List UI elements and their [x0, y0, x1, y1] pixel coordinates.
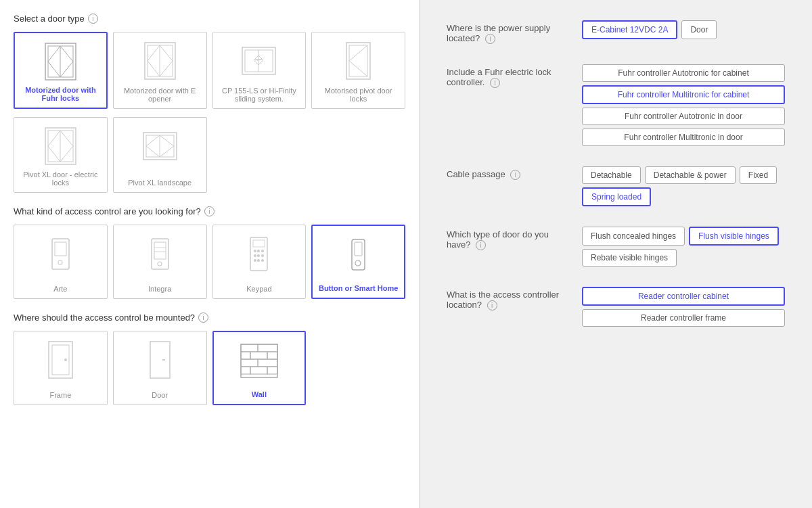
- svg-line-12: [160, 45, 173, 61]
- mount-info-icon[interactable]: i: [198, 313, 208, 323]
- cable-passage-info-icon[interactable]: i: [510, 170, 520, 180]
- svg-line-38: [146, 146, 160, 157]
- cable-detachable-power[interactable]: Detachable & power: [645, 166, 736, 184]
- cable-fixed[interactable]: Fixed: [740, 166, 777, 184]
- hinge-flush-visible[interactable]: Flush visible hinges: [689, 227, 779, 246]
- cable-passage-options: Detachable Detachable & power Fixed Spri…: [582, 166, 785, 206]
- mount-icon-frame: [40, 340, 81, 380]
- svg-rect-45: [154, 242, 166, 259]
- cable-spring-loaded[interactable]: Spring loaded: [582, 187, 651, 206]
- svg-text:→: →: [254, 57, 259, 64]
- fuhr-multitronic-door[interactable]: Fuhr controller Multitronic in door: [582, 129, 785, 146]
- svg-line-40: [160, 146, 174, 157]
- access-card-arte[interactable]: Arte: [14, 225, 108, 299]
- svg-point-65: [64, 359, 67, 361]
- svg-rect-75: [258, 359, 277, 367]
- reader-controller-frame[interactable]: Reader controller frame: [582, 309, 785, 327]
- hinge-rebate-visible[interactable]: Rebate visible hinges: [582, 249, 677, 267]
- mount-card-door[interactable]: Door: [113, 331, 207, 405]
- svg-rect-78: [267, 367, 277, 374]
- access-title-text: What kind of access control are you look…: [14, 206, 201, 216]
- door-card-cp155[interactable]: → CP 155-LS or Hi-Finity sliding system.: [212, 32, 307, 109]
- svg-point-52: [257, 250, 260, 252]
- svg-rect-74: [241, 359, 258, 367]
- svg-line-25: [349, 45, 367, 61]
- svg-rect-77: [250, 367, 267, 374]
- fuhr-controller-info-icon[interactable]: i: [490, 78, 500, 88]
- door-type-title-text: Select a door type: [14, 14, 85, 24]
- svg-rect-66: [150, 342, 170, 378]
- power-supply-option-door[interactable]: Door: [681, 20, 717, 39]
- fuhr-controller-options: Fuhr controller Autotronic for cabinet F…: [582, 64, 785, 146]
- access-card-integra[interactable]: Integra: [113, 225, 207, 299]
- svg-rect-60: [352, 239, 365, 270]
- door-hinge-label: Which type of door do you have? i: [447, 227, 568, 250]
- svg-rect-42: [55, 242, 66, 256]
- power-supply-option-ecabinet[interactable]: E-Cabinet 12VDC 2A: [582, 20, 677, 39]
- fuhr-multitronic-cabinet[interactable]: Fuhr controller Multitronic for cabinet: [582, 85, 785, 104]
- svg-point-51: [254, 250, 256, 252]
- access-card-button-smart[interactable]: Button or Smart Home: [311, 225, 405, 299]
- svg-point-59: [261, 259, 264, 262]
- door-card-pivot-xl-electric[interactable]: Pivot XL door - electric locks: [14, 117, 108, 193]
- door-card-pivot[interactable]: Motorised pivot door locks: [311, 32, 405, 109]
- fuhr-autotronic-door[interactable]: Fuhr controller Autotronic in door: [582, 108, 785, 125]
- fuhr-controller-row: Include a Fuhr electric lock controller.…: [447, 64, 785, 146]
- svg-point-55: [257, 254, 260, 257]
- svg-rect-72: [250, 352, 267, 359]
- door-icon-cp155: →: [239, 41, 279, 81]
- cable-detachable[interactable]: Detachable: [582, 166, 641, 184]
- access-card-integra-label: Integra: [148, 285, 171, 293]
- svg-rect-23: [346, 43, 370, 79]
- mount-card-frame[interactable]: Frame: [14, 331, 108, 405]
- door-card-pivot-xl-landscape[interactable]: Pivot XL landscape: [113, 117, 207, 193]
- mount-card-wall[interactable]: Wall: [212, 331, 307, 405]
- door-hinge-row: Which type of door do you have? i Flush …: [447, 227, 785, 267]
- access-card-keypad-label: Keypad: [246, 285, 271, 293]
- power-supply-label: Where is the power supply located? i: [447, 20, 568, 44]
- svg-rect-50: [253, 240, 265, 247]
- door-hinge-options: Flush concealed hinges Flush visible hin…: [582, 227, 785, 267]
- access-controller-location-options: Reader controller cabinet Reader control…: [582, 287, 785, 327]
- access-icon-button-smart: [338, 234, 379, 275]
- door-icon-pivot: [338, 41, 379, 81]
- svg-line-26: [349, 61, 367, 76]
- svg-line-39: [160, 135, 174, 146]
- door-card-motorized-eopener[interactable]: Motorized door with E opener: [113, 32, 207, 109]
- svg-rect-70: [258, 344, 277, 352]
- mount-card-frame-label: Frame: [49, 391, 71, 399]
- reader-controller-cabinet[interactable]: Reader controller cabinet: [582, 287, 785, 306]
- svg-line-33: [60, 146, 73, 162]
- power-supply-info-icon[interactable]: i: [485, 34, 495, 44]
- svg-rect-73: [267, 352, 277, 359]
- right-panel: Where is the power supply located? i E-C…: [420, 0, 812, 508]
- access-card-keypad[interactable]: Keypad: [212, 225, 307, 299]
- svg-line-4: [48, 62, 60, 77]
- fuhr-autotronic-cabinet[interactable]: Fuhr controller Autotronic for cabinet: [582, 64, 785, 82]
- access-card-arte-label: Arte: [53, 285, 67, 293]
- door-card-motorized-fuhr[interactable]: Motorized door with Fuhr locks: [14, 32, 108, 109]
- access-icon-arte: [40, 233, 81, 274]
- left-panel: Select a door type i Motorized: [0, 0, 420, 508]
- hinge-flush-concealed[interactable]: Flush concealed hinges: [582, 227, 685, 246]
- svg-rect-24: [349, 45, 367, 76]
- door-hinge-info-icon[interactable]: i: [476, 240, 486, 250]
- svg-point-56: [261, 254, 264, 257]
- svg-line-13: [160, 61, 173, 76]
- door-type-grid: Motorized door with Fuhr locks Motorized: [14, 32, 405, 109]
- access-grid: Arte Integra: [14, 225, 405, 299]
- door-icon-pivot-xl-electric: [40, 126, 81, 166]
- cable-passage-row: Cable passage i Detachable Detachable & …: [447, 166, 785, 206]
- access-info-icon[interactable]: i: [204, 206, 215, 216]
- access-controller-location-info-icon[interactable]: i: [487, 300, 497, 310]
- svg-point-57: [254, 259, 256, 262]
- door-type-info-icon[interactable]: i: [88, 14, 98, 24]
- svg-rect-61: [355, 242, 362, 256]
- door-icon-motorized-fuhr: [40, 41, 81, 82]
- svg-point-53: [261, 250, 264, 252]
- svg-point-58: [257, 259, 260, 262]
- mount-grid: Frame Door: [14, 331, 405, 405]
- svg-point-48: [158, 262, 162, 266]
- access-controller-location-label: What is the access controller location? …: [447, 287, 568, 310]
- door-type-grid-row2: Pivot XL door - electric locks Pivot XL: [14, 117, 405, 193]
